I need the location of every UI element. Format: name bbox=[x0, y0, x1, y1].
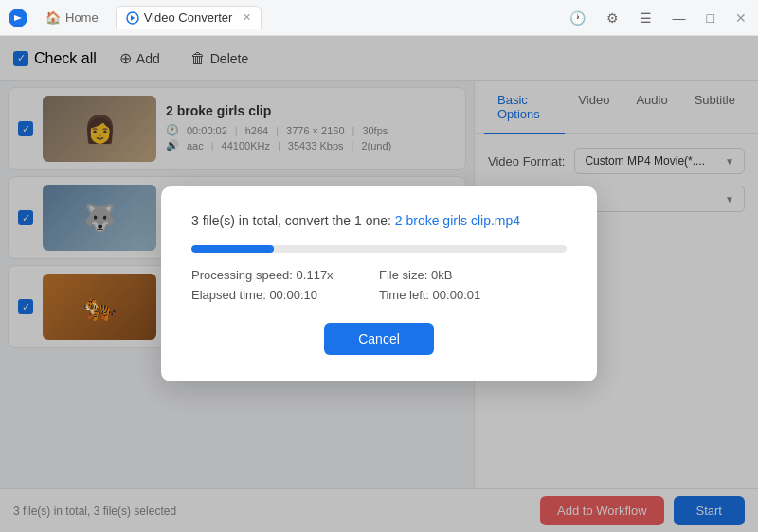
window-close-button[interactable]: ✕ bbox=[731, 9, 750, 27]
time-left-row: Time left: 00:00:01 bbox=[379, 288, 567, 302]
tab-converter[interactable]: Video Converter ✕ bbox=[116, 6, 262, 29]
history-button[interactable]: 🕐 bbox=[566, 9, 589, 27]
minimize-button[interactable]: — bbox=[669, 9, 690, 27]
tab-home[interactable]: 🏠 Home bbox=[36, 7, 108, 28]
processing-speed-value: 0.117x bbox=[297, 268, 334, 282]
processing-speed-label: Processing speed: bbox=[191, 268, 293, 282]
modal-file-link[interactable]: 2 broke girls clip.mp4 bbox=[395, 213, 520, 228]
menu-button[interactable]: ☰ bbox=[636, 9, 656, 27]
file-size-label: File size: bbox=[379, 268, 427, 282]
file-size-value: 0kB bbox=[431, 268, 452, 282]
home-icon: 🏠 bbox=[45, 10, 61, 25]
app-logo bbox=[8, 8, 28, 28]
conversion-modal: 3 file(s) in total, convert the 1 one: 2… bbox=[161, 186, 597, 381]
modal-overlay: 3 file(s) in total, convert the 1 one: 2… bbox=[0, 36, 758, 532]
cancel-button[interactable]: Cancel bbox=[324, 323, 434, 355]
modal-title: 3 file(s) in total, convert the 1 one: 2… bbox=[191, 213, 567, 228]
processing-speed-row: Processing speed: 0.117x bbox=[191, 268, 379, 282]
elapsed-value: 00:00:10 bbox=[269, 288, 317, 302]
title-bar-right: 🕐 ⚙ ☰ — □ ✕ bbox=[566, 9, 750, 27]
time-left-value: 00:00:01 bbox=[433, 288, 481, 302]
elapsed-label: Elapsed time: bbox=[191, 288, 266, 302]
elapsed-row: Elapsed time: 00:00:10 bbox=[191, 288, 379, 302]
converter-icon bbox=[126, 11, 139, 25]
converter-label: Video Converter bbox=[144, 10, 233, 25]
home-label: Home bbox=[65, 10, 99, 25]
maximize-button[interactable]: □ bbox=[703, 9, 718, 27]
title-bar-left: 🏠 Home Video Converter ✕ bbox=[8, 6, 262, 29]
title-bar: 🏠 Home Video Converter ✕ 🕐 ⚙ ☰ — □ ✕ bbox=[0, 0, 758, 36]
tab-close-icon[interactable]: ✕ bbox=[243, 11, 251, 24]
progress-bar-container bbox=[191, 245, 567, 253]
file-size-row: File size: 0kB bbox=[379, 268, 567, 282]
time-left-label: Time left: bbox=[379, 288, 429, 302]
modal-stats: Processing speed: 0.117x File size: 0kB … bbox=[191, 268, 567, 302]
progress-bar-fill bbox=[191, 245, 274, 253]
settings-button[interactable]: ⚙ bbox=[603, 9, 623, 27]
